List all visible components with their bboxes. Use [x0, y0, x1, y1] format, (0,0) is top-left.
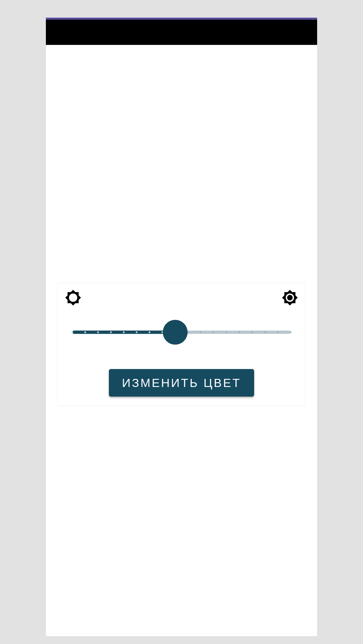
content-area: ИЗМЕНИТЬ ЦВЕТ: [46, 45, 317, 636]
slider-tick: [97, 331, 99, 333]
change-color-button[interactable]: ИЗМЕНИТЬ ЦВЕТ: [109, 369, 254, 397]
brightness-slider[interactable]: [72, 325, 291, 339]
brightness-low-icon: [65, 289, 81, 306]
slider-tick: [123, 331, 125, 333]
slider-tick: [238, 331, 240, 333]
slider-tick: [136, 331, 137, 333]
slider-tick: [226, 331, 227, 333]
button-row: ИЗМЕНИТЬ ЦВЕТ: [65, 369, 298, 397]
brightness-card: ИЗМЕНИТЬ ЦВЕТ: [57, 283, 306, 406]
icon-row: [65, 288, 298, 306]
slider-tick: [290, 331, 292, 333]
slider-tick: [277, 331, 279, 333]
app-bar: [46, 20, 317, 45]
slider-tick: [200, 331, 202, 333]
slider-tick: [84, 331, 86, 333]
slider-tick: [264, 331, 266, 333]
slider-tick: [251, 331, 253, 333]
device-frame: ИЗМЕНИТЬ ЦВЕТ: [46, 18, 317, 636]
page-background: ИЗМЕНИТЬ ЦВЕТ: [0, 0, 363, 644]
slider-tick: [148, 331, 150, 333]
status-bar-strip: [46, 18, 317, 20]
brightness-slider-wrap: [65, 325, 298, 339]
brightness-high-icon: [282, 289, 298, 306]
slider-tick: [213, 331, 215, 333]
slider-tick: [110, 331, 112, 333]
slider-thumb[interactable]: [163, 320, 188, 345]
slider-tick: [72, 331, 73, 333]
